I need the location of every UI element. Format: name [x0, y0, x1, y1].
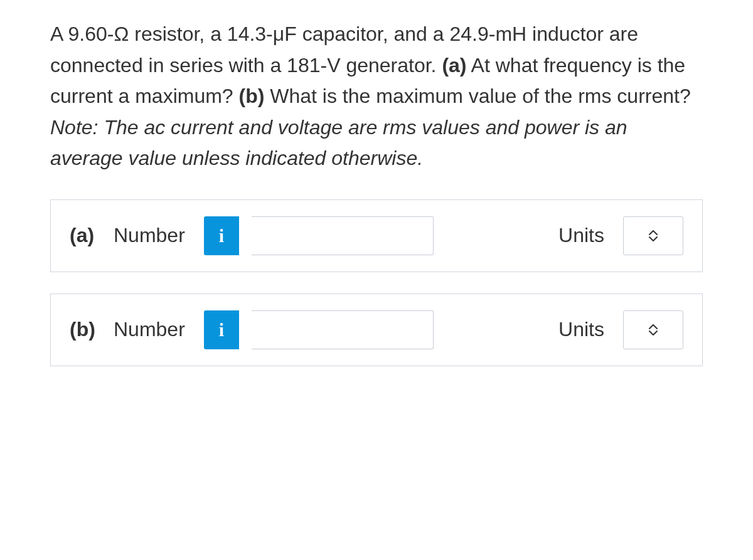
info-button-b[interactable]: i — [204, 310, 239, 349]
number-label: Number — [114, 224, 185, 247]
part-label-a: (a) — [70, 224, 101, 247]
answer-row-a: (a) Number i Units — [50, 199, 703, 272]
units-label: Units — [558, 318, 604, 341]
number-label: Number — [114, 318, 185, 341]
chevron-updown-icon — [648, 324, 658, 336]
question-part-b: (b) — [239, 85, 265, 107]
units-select-a[interactable] — [623, 216, 683, 255]
question-segment: What is the maximum value of the rms cur… — [264, 85, 690, 107]
answer-row-b: (b) Number i Units — [50, 293, 703, 366]
units-label: Units — [558, 224, 604, 247]
part-label-b: (b) — [70, 318, 101, 341]
number-input-a[interactable] — [252, 216, 434, 255]
info-button-a[interactable]: i — [204, 216, 239, 255]
units-select-b[interactable] — [623, 310, 683, 349]
question-part-a: (a) — [442, 54, 466, 77]
question-text: A 9.60-Ω resistor, a 14.3-μF capacitor, … — [50, 19, 703, 174]
number-input-b[interactable] — [252, 310, 434, 349]
chevron-updown-icon — [648, 230, 658, 242]
question-note: Note: The ac current and voltage are rms… — [50, 116, 628, 170]
question-container: A 9.60-Ω resistor, a 14.3-μF capacitor, … — [0, 0, 753, 413]
